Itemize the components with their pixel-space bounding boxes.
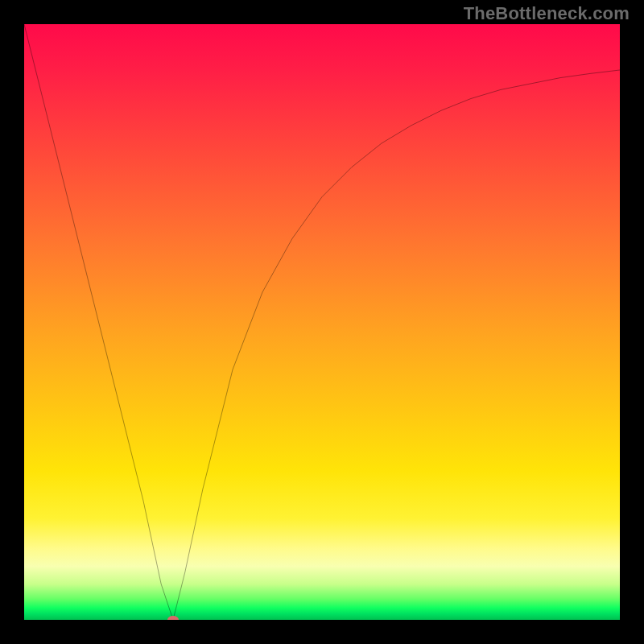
plot-area [24,24,620,620]
bottleneck-curve [24,24,620,620]
curve-path [24,24,620,620]
chart-frame: TheBottleneck.com [0,0,644,644]
minimum-marker [167,616,179,620]
attribution-text: TheBottleneck.com [464,3,630,24]
